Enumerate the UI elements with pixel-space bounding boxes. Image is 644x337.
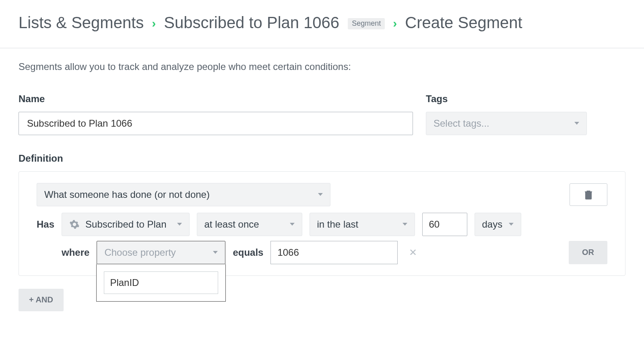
definition-label: Definition	[19, 153, 625, 164]
name-input[interactable]	[19, 112, 413, 135]
name-label: Name	[19, 93, 413, 105]
property-search-input[interactable]	[104, 271, 218, 294]
breadcrumb-parent-label: Subscribed to Plan 1066	[164, 14, 339, 31]
event-label: Subscribed to Plan	[85, 219, 166, 230]
frequency-label: at least once	[204, 219, 259, 230]
chevron-right-icon: ›	[152, 16, 156, 30]
clear-value-button[interactable]: ✕	[405, 241, 421, 264]
property-placeholder: Choose property	[104, 247, 175, 258]
gear-icon	[69, 219, 80, 230]
caret-down-icon	[509, 223, 514, 226]
property-dropdown-panel	[96, 264, 226, 302]
caret-down-icon	[318, 193, 323, 196]
timeframe-label: in the last	[317, 219, 359, 230]
delete-condition-button[interactable]	[570, 183, 607, 206]
breadcrumb-current: Create Segment	[405, 14, 522, 31]
property-select-button[interactable]: Choose property	[97, 241, 225, 264]
period-label: days	[482, 219, 503, 230]
tags-placeholder: Select tags...	[433, 118, 489, 129]
has-keyword: Has	[37, 219, 54, 230]
caret-down-icon	[290, 223, 295, 226]
caret-down-icon	[213, 251, 218, 254]
chevron-right-icon: ›	[393, 16, 397, 30]
event-select[interactable]: Subscribed to Plan	[62, 213, 189, 236]
breadcrumb: Lists & Segments › Subscribed to Plan 10…	[19, 14, 625, 32]
timeframe-select[interactable]: in the last	[310, 213, 415, 236]
add-and-button[interactable]: + AND	[19, 289, 64, 311]
period-select[interactable]: days	[475, 213, 521, 236]
tags-label: Tags	[426, 93, 587, 105]
or-button[interactable]: OR	[569, 241, 607, 264]
number-input[interactable]	[422, 213, 467, 236]
condition-type-select[interactable]: What someone has done (or not done)	[37, 183, 330, 206]
breadcrumb-parent[interactable]: Subscribed to Plan 1066 Segment	[164, 14, 385, 32]
caret-down-icon	[574, 122, 579, 125]
caret-down-icon	[177, 223, 182, 226]
segment-badge: Segment	[348, 18, 385, 29]
trash-icon	[584, 190, 592, 199]
value-input[interactable]	[270, 241, 398, 264]
breadcrumb-root[interactable]: Lists & Segments	[19, 14, 144, 31]
condition-type-label: What someone has done (or not done)	[44, 189, 210, 200]
definition-card: What someone has done (or not done) Has …	[19, 171, 625, 276]
property-dropdown[interactable]: Choose property	[97, 241, 225, 264]
where-keyword: where	[62, 241, 89, 264]
intro-text: Segments allow you to track and analyze …	[19, 61, 625, 72]
equals-keyword: equals	[233, 241, 263, 264]
tags-select[interactable]: Select tags...	[426, 112, 587, 135]
caret-down-icon	[402, 223, 407, 226]
frequency-select[interactable]: at least once	[197, 213, 302, 236]
